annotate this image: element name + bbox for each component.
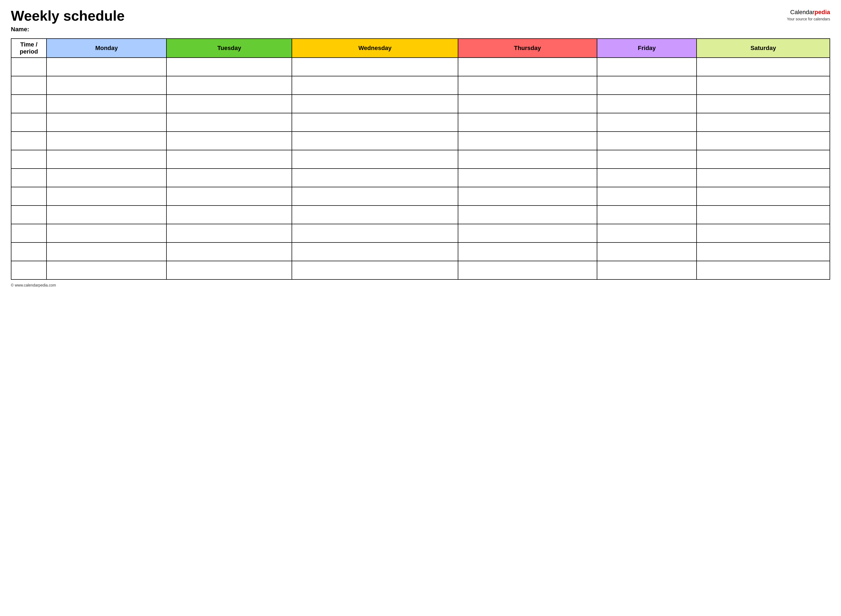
day-cell[interactable] [166, 95, 292, 113]
day-cell[interactable] [458, 95, 597, 113]
table-row [11, 150, 830, 169]
time-cell[interactable] [11, 58, 47, 76]
day-cell[interactable] [166, 224, 292, 242]
day-cell[interactable] [47, 205, 166, 224]
day-cell[interactable] [697, 58, 830, 76]
day-cell[interactable] [47, 95, 166, 113]
day-cell[interactable] [166, 76, 292, 95]
table-row [11, 76, 830, 95]
day-cell[interactable] [166, 205, 292, 224]
day-cell[interactable] [597, 205, 697, 224]
day-cell[interactable] [697, 150, 830, 169]
day-cell[interactable] [47, 150, 166, 169]
day-cell[interactable] [597, 150, 697, 169]
time-cell[interactable] [11, 113, 47, 132]
time-cell[interactable] [11, 187, 47, 205]
day-cell[interactable] [597, 242, 697, 261]
table-header-row: Time / period Monday Tuesday Wednesday T… [11, 39, 830, 58]
day-cell[interactable] [458, 76, 597, 95]
day-cell[interactable] [458, 242, 597, 261]
day-cell[interactable] [458, 205, 597, 224]
day-cell[interactable] [292, 224, 458, 242]
day-cell[interactable] [166, 58, 292, 76]
footer: © www.calendarpedia.com [11, 283, 830, 287]
title-area: Weekly schedule Name: [11, 8, 125, 33]
day-cell[interactable] [166, 113, 292, 132]
day-cell[interactable] [458, 169, 597, 187]
day-cell[interactable] [597, 187, 697, 205]
day-cell[interactable] [47, 113, 166, 132]
day-cell[interactable] [697, 187, 830, 205]
day-cell[interactable] [166, 261, 292, 279]
day-cell[interactable] [697, 261, 830, 279]
day-cell[interactable] [292, 187, 458, 205]
day-cell[interactable] [458, 261, 597, 279]
schedule-table: Time / period Monday Tuesday Wednesday T… [11, 38, 830, 280]
time-cell[interactable] [11, 132, 47, 150]
day-cell[interactable] [292, 113, 458, 132]
logo-text: Calendarpedia [787, 8, 830, 16]
day-cell[interactable] [597, 261, 697, 279]
day-cell[interactable] [47, 187, 166, 205]
day-cell[interactable] [166, 150, 292, 169]
day-cell[interactable] [697, 132, 830, 150]
day-cell[interactable] [166, 132, 292, 150]
day-cell[interactable] [697, 95, 830, 113]
day-cell[interactable] [697, 205, 830, 224]
page-header: Weekly schedule Name: Calendarpedia Your… [11, 8, 830, 33]
table-row [11, 132, 830, 150]
day-cell[interactable] [292, 132, 458, 150]
day-cell[interactable] [458, 113, 597, 132]
time-cell[interactable] [11, 95, 47, 113]
day-cell[interactable] [458, 187, 597, 205]
day-cell[interactable] [166, 187, 292, 205]
day-cell[interactable] [697, 169, 830, 187]
day-cell[interactable] [597, 76, 697, 95]
day-cell[interactable] [292, 169, 458, 187]
day-cell[interactable] [292, 58, 458, 76]
day-cell[interactable] [697, 224, 830, 242]
day-cell[interactable] [47, 76, 166, 95]
day-cell[interactable] [697, 242, 830, 261]
day-cell[interactable] [597, 95, 697, 113]
day-cell[interactable] [597, 132, 697, 150]
day-cell[interactable] [47, 261, 166, 279]
time-cell[interactable] [11, 169, 47, 187]
day-cell[interactable] [697, 113, 830, 132]
day-cell[interactable] [166, 169, 292, 187]
day-cell[interactable] [597, 58, 697, 76]
day-cell[interactable] [47, 242, 166, 261]
time-cell[interactable] [11, 150, 47, 169]
day-cell[interactable] [697, 76, 830, 95]
day-cell[interactable] [47, 224, 166, 242]
table-row [11, 224, 830, 242]
day-cell[interactable] [47, 132, 166, 150]
friday-header: Friday [597, 39, 697, 58]
logo-calendar-text: Calendar [790, 9, 815, 16]
day-cell[interactable] [597, 224, 697, 242]
day-cell[interactable] [458, 58, 597, 76]
day-cell[interactable] [166, 242, 292, 261]
day-cell[interactable] [292, 95, 458, 113]
table-row [11, 58, 830, 76]
day-cell[interactable] [47, 58, 166, 76]
time-cell[interactable] [11, 76, 47, 95]
table-row [11, 169, 830, 187]
day-cell[interactable] [458, 150, 597, 169]
footer-url: © www.calendarpedia.com [11, 283, 56, 287]
time-cell[interactable] [11, 224, 47, 242]
day-cell[interactable] [597, 169, 697, 187]
table-row [11, 95, 830, 113]
time-cell[interactable] [11, 261, 47, 279]
time-cell[interactable] [11, 205, 47, 224]
time-cell[interactable] [11, 242, 47, 261]
day-cell[interactable] [292, 205, 458, 224]
day-cell[interactable] [458, 132, 597, 150]
day-cell[interactable] [292, 150, 458, 169]
day-cell[interactable] [458, 224, 597, 242]
day-cell[interactable] [292, 261, 458, 279]
day-cell[interactable] [292, 76, 458, 95]
day-cell[interactable] [597, 113, 697, 132]
day-cell[interactable] [292, 242, 458, 261]
day-cell[interactable] [47, 169, 166, 187]
